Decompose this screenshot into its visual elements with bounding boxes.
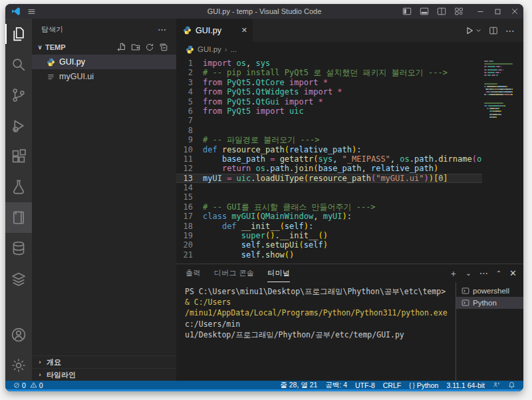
code-line[interactable]: 10def resource_path(relative_path): bbox=[176, 145, 523, 154]
chevron-right-icon: › bbox=[36, 359, 44, 365]
status-item[interactable]: 공백: 4 bbox=[321, 381, 351, 390]
run-debug-icon[interactable] bbox=[5, 110, 32, 141]
source-control-icon[interactable] bbox=[5, 80, 32, 110]
refresh-icon[interactable] bbox=[145, 43, 154, 52]
file-item[interactable]: myGUI.ui bbox=[32, 69, 176, 84]
breadcrumb-file[interactable]: GUI.py bbox=[198, 45, 221, 53]
breadcrumb-tail[interactable]: ... bbox=[231, 45, 237, 53]
code-line[interactable]: 2# -- pip install PyQt5 로 설치했던 패키지 불러오기 … bbox=[176, 68, 523, 77]
close-panel-icon[interactable]: ✕ bbox=[509, 268, 517, 278]
terminal-instance-list: powershellPython bbox=[456, 282, 523, 381]
terminal-icon bbox=[462, 287, 469, 295]
problems-indicator[interactable]: 0 0 bbox=[9, 381, 47, 389]
terminal-output[interactable]: PS C:\Users\minu1\Desktop\프로그래밍\Phython\… bbox=[176, 282, 456, 381]
run-button[interactable] bbox=[465, 26, 481, 35]
terminal-instance[interactable]: powershell bbox=[456, 285, 523, 297]
folder-section-header[interactable]: ∨ TEMP bbox=[32, 40, 176, 55]
terminal-line: PS C:\Users\minu1\Desktop\프로그래밍\Phython\… bbox=[185, 286, 452, 307]
maximize-button[interactable] bbox=[489, 4, 506, 19]
status-bar: 0 0 줄 28, 열 21공백: 4UTF-8CRLF{ }Python3.1… bbox=[5, 381, 523, 389]
more-actions-icon[interactable]: ⋯ bbox=[505, 25, 515, 36]
code-line[interactable]: 12 return os.path.join(base_path, relati… bbox=[176, 164, 523, 173]
code-line[interactable]: 1import os, sys bbox=[176, 59, 523, 68]
minimize-button[interactable] bbox=[471, 4, 489, 19]
status-item[interactable]: CRLF bbox=[379, 381, 405, 389]
status-item[interactable]: 3.11.1 64-bit bbox=[442, 381, 489, 389]
maximize-panel-icon[interactable]: ⌃ bbox=[496, 270, 501, 277]
editor-tab-bar: GUI.py ✕ ⋯ bbox=[176, 19, 523, 42]
database-icon[interactable] bbox=[5, 233, 32, 264]
terminal-dropdown-icon[interactable]: ⌄ bbox=[466, 270, 471, 277]
explorer-icon[interactable] bbox=[5, 19, 32, 49]
code-line[interactable]: 3from PyQt5.QtCore import * bbox=[176, 78, 523, 87]
sidebar-more-actions-icon[interactable]: ⋯ bbox=[158, 25, 167, 35]
terminal-line: u1/Desktop/프로그래밍/Phython/공부/etc/temp/GUI… bbox=[185, 329, 452, 340]
code-line[interactable]: 17class myGUI(QMainWindow, myUI): bbox=[176, 212, 523, 221]
code-editor[interactable]: 1import os, sys2# -- pip install PyQt5 로… bbox=[176, 57, 523, 264]
sidebar-section[interactable]: ›개요 bbox=[32, 355, 176, 368]
minimap[interactable] bbox=[482, 57, 514, 264]
code-line[interactable]: 20 self.setupUi(self) bbox=[176, 240, 523, 250]
new-file-icon[interactable] bbox=[117, 43, 126, 52]
new-terminal-icon[interactable]: ＋ bbox=[449, 268, 458, 280]
code-line[interactable]: 4from PyQt5.QtWidgets import * bbox=[176, 87, 523, 97]
layers-icon[interactable] bbox=[5, 264, 32, 294]
chevron-right-icon: › bbox=[36, 371, 44, 378]
warning-icon bbox=[30, 381, 37, 389]
terminal-icon bbox=[462, 299, 469, 307]
extensions-icon[interactable] bbox=[5, 141, 32, 172]
python-file-icon bbox=[183, 26, 192, 35]
toggle-sidebar-icon[interactable] bbox=[398, 4, 416, 19]
file-name: myGUI.ui bbox=[59, 72, 94, 81]
code-line[interactable]: 8 bbox=[176, 126, 523, 135]
code-line[interactable]: 16# -- GUI를 표시할 클래스 만들어주기 ---> bbox=[176, 202, 523, 212]
code-line[interactable]: 18 def __init__(self): bbox=[176, 222, 523, 231]
account-icon[interactable] bbox=[5, 319, 32, 350]
code-line[interactable]: 7 bbox=[176, 116, 523, 125]
tab-gui-py[interactable]: GUI.py ✕ bbox=[176, 19, 253, 42]
code-line[interactable]: 15 bbox=[176, 192, 523, 202]
editor-scrollbar[interactable] bbox=[514, 57, 523, 264]
notebook-icon[interactable] bbox=[5, 202, 32, 233]
panel-tab[interactable]: 디버그 콘솔 bbox=[214, 264, 254, 282]
python-file-icon bbox=[186, 45, 194, 54]
split-editor-icon[interactable] bbox=[489, 26, 498, 35]
code-line[interactable]: 11 base_path = getattr(sys, "_MEIPASS", … bbox=[176, 154, 523, 164]
sidebar-section[interactable]: ›타임라인 bbox=[32, 368, 176, 381]
sidebar-title: 탐색기 bbox=[41, 25, 63, 35]
panel-tab[interactable]: 터미널 bbox=[267, 264, 290, 282]
activity-bar bbox=[5, 19, 32, 381]
terminal-instance[interactable]: Python bbox=[456, 297, 523, 309]
file-item[interactable]: GUI.py bbox=[32, 55, 176, 69]
status-item[interactable]: 줄 28, 열 21 bbox=[276, 381, 321, 390]
tab-label: GUI.py bbox=[196, 26, 221, 35]
status-item[interactable]: UTF-8 bbox=[351, 381, 379, 389]
code-line[interactable]: 21 self.show() bbox=[176, 250, 523, 260]
testing-icon[interactable] bbox=[5, 172, 32, 202]
code-line[interactable]: 9# -- 파일경로 불러오기 ---> bbox=[176, 135, 523, 144]
collapse-all-icon[interactable] bbox=[159, 43, 168, 52]
settings-icon[interactable] bbox=[5, 350, 32, 381]
code-line[interactable]: 19 super().__init__() bbox=[176, 231, 523, 240]
status-item-feedback[interactable] bbox=[489, 381, 504, 389]
panel-header: 출력디버그 콘솔터미널 ＋ ⌄ ⋯ ⌃ ✕ bbox=[176, 264, 523, 282]
code-line[interactable]: 13myUI = uic.loadUiType(resource_path("m… bbox=[176, 174, 523, 183]
status-item-braces[interactable]: { }Python bbox=[405, 381, 442, 389]
status-item-bell[interactable] bbox=[504, 381, 519, 389]
new-folder-icon[interactable] bbox=[131, 43, 140, 52]
menu-hamburger-icon[interactable] bbox=[27, 7, 36, 16]
panel-tab[interactable]: 출력 bbox=[186, 264, 201, 282]
customize-layout-icon[interactable] bbox=[450, 4, 467, 19]
toggle-panel-icon[interactable] bbox=[416, 4, 433, 19]
bottom-panel: 출력디버그 콘솔터미널 ＋ ⌄ ⋯ ⌃ ✕ PS C:\Users\minu1\… bbox=[176, 264, 523, 381]
breadcrumb[interactable]: GUI.py › ... bbox=[176, 42, 523, 57]
panel-more-icon[interactable]: ⋯ bbox=[479, 268, 488, 278]
code-line[interactable]: 14 bbox=[176, 183, 523, 192]
search-icon[interactable] bbox=[5, 49, 32, 80]
close-button[interactable] bbox=[506, 4, 523, 19]
window-bottom-edge bbox=[5, 389, 523, 391]
split-layout-icon[interactable] bbox=[433, 4, 450, 19]
close-tab-icon[interactable]: ✕ bbox=[241, 26, 247, 35]
code-line[interactable]: 5from PyQt5.QtGui import * bbox=[176, 97, 523, 106]
code-line[interactable]: 6from PyQt5 import uic bbox=[176, 106, 523, 116]
